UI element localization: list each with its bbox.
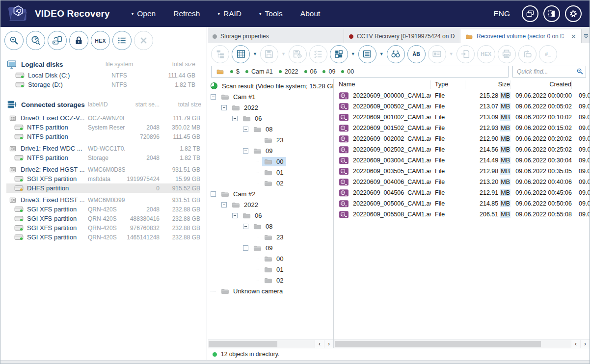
- drive-row[interactable]: Drive1: Fixed WDC ...WD-WCC1T0...1.82 TB: [6, 144, 200, 153]
- tree-scroll-right-arrow[interactable]: ›: [324, 340, 333, 348]
- menu-item-raid[interactable]: ▾RAID: [218, 9, 242, 18]
- partition-row[interactable]: SGI XFS partitionQRN-420S976760832232.88…: [6, 223, 200, 233]
- tree-node[interactable]: 2022: [208, 102, 333, 113]
- breadcrumb-item[interactable]: 2022: [279, 68, 298, 75]
- file-column-header-type[interactable]: Type: [431, 80, 465, 89]
- tree-node[interactable]: 09: [208, 242, 333, 253]
- breadcrumb[interactable]: $Cam #12022060900: [211, 66, 509, 78]
- copy-path-button[interactable]: [518, 45, 536, 63]
- tree-node-content[interactable]: 06: [241, 114, 265, 123]
- menu-item-tools[interactable]: ▾Tools: [259, 9, 283, 18]
- tree-node[interactable]: 2022: [208, 199, 333, 210]
- tree-node[interactable]: 06: [208, 113, 333, 124]
- view-mode-button[interactable]: [358, 45, 376, 63]
- panel-toggle-button[interactable]: [543, 5, 560, 22]
- panel-layout-button[interactable]: [330, 45, 348, 63]
- tree-node[interactable]: 08: [208, 221, 333, 232]
- quick-find-input[interactable]: [517, 68, 576, 75]
- quick-find-search-icon[interactable]: [576, 67, 584, 76]
- tab-list-dropdown-button[interactable]: [582, 29, 590, 43]
- logical-disk-row[interactable]: Storage (D:)NTFS1.82 TB: [6, 80, 200, 89]
- file-row[interactable]: 20220609_001002_CAM1.aviFile213.09MB09.0…: [334, 112, 590, 123]
- tree-expander-minus-icon[interactable]: [221, 202, 227, 208]
- file-row[interactable]: 20220609_002002_CAM1.aviFile212.90MB09.0…: [334, 133, 590, 144]
- file-row[interactable]: 20220609_005006_CAM1.aviFile214.85MB09.0…: [334, 198, 590, 209]
- table-view-button[interactable]: [232, 45, 250, 63]
- tree-node-content[interactable]: 08: [251, 222, 275, 231]
- tree-node-content[interactable]: Unknown camera: [219, 286, 286, 296]
- drive-row[interactable]: Drive0: Fixed OCZ-V...OCZ-AWNZ0F...111.7…: [6, 113, 200, 123]
- partition-row[interactable]: SGI XFS partitionQRN-420S488380416232.88…: [6, 214, 200, 223]
- breadcrumb-item[interactable]: $: [230, 68, 240, 75]
- tree-node[interactable]: 02: [208, 275, 333, 286]
- preview-pane-button-dropdown[interactable]: ▼: [449, 52, 454, 56]
- file-row[interactable]: 20220609_000502_CAM1.aviFile213.07MB09.0…: [334, 101, 590, 112]
- file-list-horizontal-scrollbar[interactable]: ‹ ›: [334, 339, 590, 348]
- tree-horizontal-scrollbar[interactable]: ‹ ›: [208, 339, 333, 348]
- partition-row[interactable]: SGI XFS partitionmsftdata191997542415.99…: [6, 174, 200, 183]
- tab-1[interactable]: Storage properties: [208, 29, 344, 43]
- windows-button[interactable]: [522, 5, 538, 22]
- tree-expander-minus-icon[interactable]: [232, 116, 238, 121]
- tree-scroll-thumb[interactable]: [209, 341, 277, 347]
- file-row[interactable]: 20220609_002502_CAM1.aviFile214.56MB09.0…: [334, 144, 590, 155]
- tree-expander-minus-icon[interactable]: [211, 94, 216, 100]
- file-column-header-size[interactable]: Size: [465, 80, 510, 89]
- tree-node-content[interactable]: Cam #2: [219, 189, 259, 199]
- tree-node-content[interactable]: Cam #1: [219, 92, 259, 102]
- tab-3[interactable]: Recovered volume (sector 0 on Drive...✕: [460, 29, 582, 43]
- tree-node-content[interactable]: 23: [262, 233, 286, 242]
- tree-node-content[interactable]: 09: [251, 146, 275, 156]
- tab-2[interactable]: CCTV Recovery [0-1919975424 on Drive2:..…: [344, 29, 460, 43]
- tree-node[interactable]: 06: [208, 210, 333, 221]
- file-row[interactable]: 20220609_004006_CAM1.aviFile213.20MB09.0…: [334, 177, 590, 187]
- save-settings-button[interactable]: [289, 45, 307, 63]
- partition-row[interactable]: NTFS partitionStorage20481.82 TB: [6, 153, 200, 162]
- print-button[interactable]: [498, 45, 516, 63]
- tree-expander-minus-icon[interactable]: [243, 224, 248, 229]
- preview-pane-button[interactable]: [428, 45, 446, 63]
- close-storage-button[interactable]: [134, 31, 153, 50]
- breadcrumb-item[interactable]: 09: [322, 68, 335, 75]
- partition-row[interactable]: NTFS partitionSystem Reser...2048350.02 …: [6, 123, 200, 132]
- breadcrumb-item[interactable]: Cam #1: [245, 68, 273, 75]
- view-mode-button-dropdown[interactable]: ▼: [379, 52, 384, 56]
- tree-node-content[interactable]: 06: [241, 211, 265, 220]
- scan-button[interactable]: [4, 31, 24, 50]
- tree-node[interactable]: 23: [208, 134, 333, 145]
- drive-row[interactable]: Drive3: Fixed HGST ...WMC6M0D99...931.51…: [6, 195, 200, 205]
- file-row[interactable]: 20220609_004506_CAM1.aviFile212.91MB09.0…: [334, 187, 590, 198]
- breadcrumb-item[interactable]: 06: [304, 68, 317, 75]
- menu-item-open[interactable]: ▾Open: [132, 9, 156, 18]
- tree-node[interactable]: 00: [208, 156, 333, 167]
- arrange-hierarchy-button[interactable]: [211, 45, 229, 63]
- partition-row[interactable]: DHFS partition0915.52 GB: [6, 183, 200, 193]
- tree-node-content[interactable]: 2022: [230, 200, 261, 209]
- save-button[interactable]: [260, 45, 278, 63]
- drive-row[interactable]: Drive2: Fixed HGST ...WMC6M0D8S...931.51…: [6, 165, 200, 174]
- tree-expander-minus-icon[interactable]: [211, 191, 216, 197]
- file-row[interactable]: 20220609_003004_CAM1.aviFile214.49MB09.0…: [334, 155, 590, 166]
- properties-button[interactable]: [112, 31, 132, 50]
- file-list-scroll-thumb[interactable]: [335, 341, 541, 347]
- file-column-header-created[interactable]: Created: [510, 80, 572, 89]
- tree-node[interactable]: Cam #2: [208, 188, 333, 199]
- partition-row[interactable]: NTFS partition720896111.45 GB: [6, 132, 200, 141]
- tree-node-content[interactable]: 02: [262, 179, 286, 188]
- hex-viewer-button[interactable]: HEX: [91, 31, 110, 50]
- tab-close-icon[interactable]: ✕: [567, 33, 576, 40]
- analyze-storage-button[interactable]: [26, 31, 45, 50]
- tree-node-content[interactable]: 08: [251, 125, 275, 134]
- tree-node-content[interactable]: 09: [251, 243, 275, 253]
- language-selector[interactable]: ENG: [493, 9, 510, 18]
- tree-node[interactable]: 00: [208, 253, 333, 264]
- tree-node[interactable]: Cam #1: [208, 91, 333, 102]
- table-view-button-dropdown[interactable]: ▼: [253, 52, 257, 56]
- tree-node[interactable]: 01: [208, 167, 333, 178]
- logical-disk-row[interactable]: Local Disk (C:)NTFS111.44 GB: [6, 71, 200, 80]
- panel-layout-button-dropdown[interactable]: ▼: [351, 52, 355, 56]
- file-row[interactable]: 20220609_005508_CAM1.aviFile206.51MB09.0…: [334, 209, 590, 220]
- tree-node-selected[interactable]: 00: [262, 157, 286, 166]
- tree-node[interactable]: 01: [208, 264, 333, 275]
- file-list-scroll-left-arrow[interactable]: ‹: [571, 340, 580, 348]
